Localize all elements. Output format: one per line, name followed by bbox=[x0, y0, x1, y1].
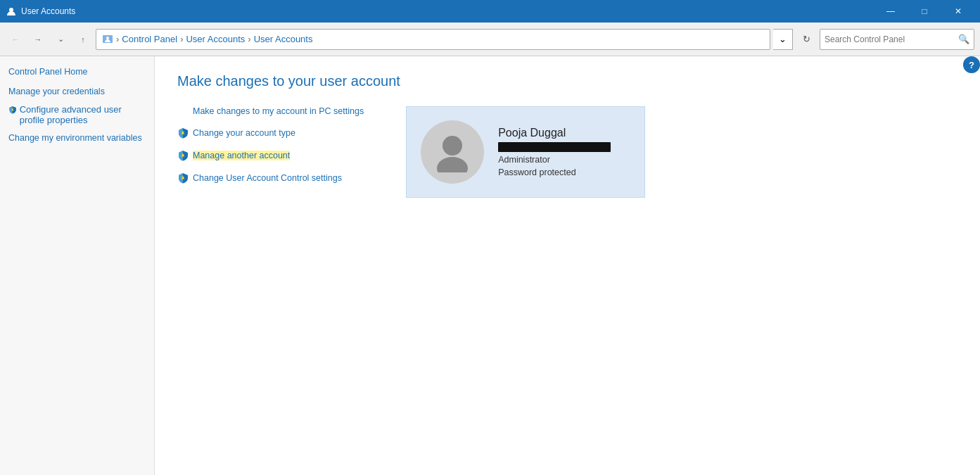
address-path: › Control Panel › User Accounts › User A… bbox=[96, 29, 770, 50]
user-status: Password protected bbox=[498, 167, 611, 177]
avatar bbox=[421, 120, 484, 184]
shield-icon-account-type bbox=[177, 127, 189, 139]
back-button[interactable]: ← bbox=[6, 30, 25, 49]
change-account-type-label: Change your account type bbox=[193, 128, 295, 138]
pc-settings-link[interactable]: Make changes to my account in PC setting… bbox=[177, 106, 364, 116]
avatar-icon bbox=[434, 132, 471, 172]
user-name: Pooja Duggal bbox=[498, 127, 611, 139]
help-icon[interactable]: ? bbox=[963, 56, 980, 73]
close-button[interactable]: ✕ bbox=[942, 0, 974, 23]
password-bar bbox=[498, 142, 611, 152]
shield-icon-uac bbox=[177, 172, 189, 184]
breadcrumb-user-accounts-1[interactable]: User Accounts bbox=[186, 34, 245, 44]
manage-another-account-link[interactable]: Manage another account bbox=[177, 150, 364, 161]
title-bar: User Accounts — □ ✕ bbox=[0, 0, 980, 23]
uac-settings-link[interactable]: Change User Account Control settings bbox=[177, 172, 364, 184]
main-layout: Control Panel Home Manage your credentia… bbox=[0, 56, 980, 475]
search-icon[interactable]: 🔍 bbox=[958, 34, 969, 44]
page-title: Make changes to your user account bbox=[177, 73, 957, 89]
separator-3: › bbox=[248, 34, 250, 44]
sidebar-item-control-panel-home[interactable]: Control Panel Home bbox=[8, 65, 146, 79]
path-icon bbox=[102, 34, 113, 45]
maximize-button[interactable]: □ bbox=[908, 0, 941, 23]
search-input[interactable] bbox=[825, 34, 958, 44]
user-role: Administrator bbox=[498, 155, 611, 165]
breadcrumb-user-accounts-2[interactable]: User Accounts bbox=[254, 34, 313, 44]
separator-2: › bbox=[180, 34, 183, 44]
uac-settings-label: Change User Account Control settings bbox=[193, 173, 342, 183]
sidebar-item-manage-credentials[interactable]: Manage your credentials bbox=[8, 84, 146, 99]
refresh-button[interactable]: ↻ bbox=[796, 29, 817, 50]
title-bar-icon bbox=[6, 6, 17, 17]
change-account-type-link[interactable]: Change your account type bbox=[177, 127, 364, 139]
search-box: 🔍 bbox=[820, 29, 974, 50]
user-card: Pooja Duggal Administrator Password prot… bbox=[406, 106, 645, 198]
manage-another-account-label: Manage another account bbox=[193, 151, 290, 160]
shield-icon-manage-another bbox=[177, 150, 189, 161]
separator-1: › bbox=[116, 34, 119, 44]
content-area: Make changes to your user account Make c… bbox=[155, 56, 980, 475]
user-info: Pooja Duggal Administrator Password prot… bbox=[498, 127, 611, 177]
recent-pages-button[interactable]: ⌄ bbox=[51, 30, 70, 49]
up-button[interactable]: ↑ bbox=[73, 30, 93, 49]
actions-area: Make changes to my account in PC setting… bbox=[177, 106, 957, 198]
configure-profile-label: Configure advanced user profile properti… bbox=[20, 104, 146, 125]
svg-point-8 bbox=[437, 157, 468, 172]
title-bar-controls: — □ ✕ bbox=[874, 0, 974, 23]
sidebar: Control Panel Home Manage your credentia… bbox=[0, 56, 155, 475]
svg-point-7 bbox=[443, 136, 462, 156]
sidebar-item-change-environment[interactable]: Change my environment variables bbox=[8, 131, 146, 145]
svg-point-2 bbox=[106, 37, 109, 39]
forward-button[interactable]: → bbox=[28, 30, 48, 49]
address-bar: ← → ⌄ ↑ › Control Panel › User Accounts … bbox=[0, 23, 980, 56]
breadcrumb-control-panel[interactable]: Control Panel bbox=[122, 34, 177, 44]
actions-list: Make changes to my account in PC setting… bbox=[177, 106, 364, 198]
address-dropdown-button[interactable]: ⌄ bbox=[773, 29, 793, 50]
shield-icon-configure bbox=[8, 104, 17, 115]
title-bar-title: User Accounts bbox=[21, 6, 874, 16]
minimize-button[interactable]: — bbox=[874, 0, 907, 23]
sidebar-item-configure-profile[interactable]: Configure advanced user profile properti… bbox=[8, 104, 146, 125]
pc-settings-label: Make changes to my account in PC setting… bbox=[193, 106, 364, 116]
